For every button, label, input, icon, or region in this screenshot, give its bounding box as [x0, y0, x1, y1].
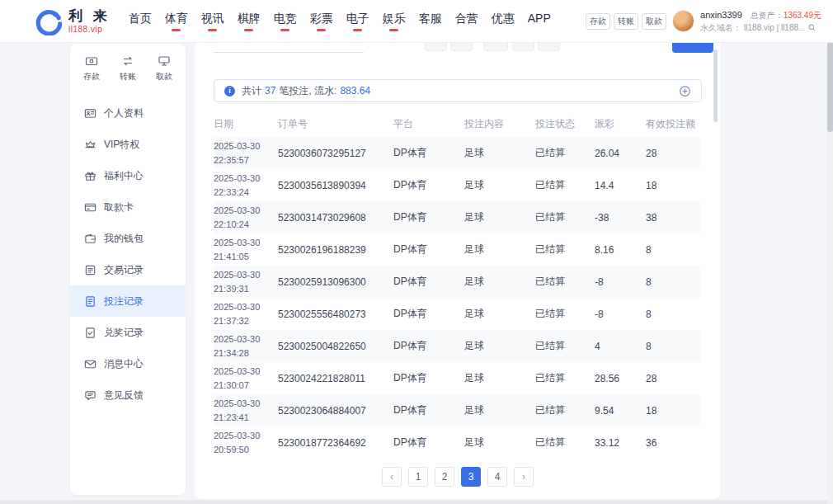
table-row[interactable]: 2025-03-3021:41:05 5230026196188239 DP体育… — [214, 233, 700, 266]
nav-item[interactable]: APP — [521, 11, 558, 31]
cell-payout: 8.16 — [595, 233, 646, 266]
sidebar-item-messages[interactable]: 消息中心 — [70, 348, 186, 379]
sidebar-item-welfare[interactable]: 福利中心 — [70, 160, 186, 191]
cell-platform: DP体育 — [393, 362, 464, 394]
feedback-icon — [84, 389, 96, 402]
sidebar-item-prize-records[interactable]: 兑奖记录 — [70, 317, 186, 348]
username[interactable]: anxin3399 — [700, 10, 742, 20]
filter-pill[interactable] — [450, 43, 473, 51]
cell-platform: DP体育 — [393, 169, 464, 201]
cell-payout: 14.4 — [595, 169, 646, 201]
filter-pill[interactable] — [512, 43, 534, 51]
table-row[interactable]: 2025-03-3021:30:07 5230024221828011 DP体育… — [214, 362, 700, 394]
nav-item[interactable]: 娱乐 — [376, 11, 412, 31]
sidebar-item-bet-records[interactable]: 投注记录 — [70, 285, 186, 317]
page-button-1[interactable]: 1 — [408, 467, 428, 487]
sidebar-item-label: 我的钱包 — [104, 232, 144, 246]
table-row[interactable]: 2025-03-3021:37:32 5230025556480273 DP体育… — [214, 298, 700, 330]
cell-status: 已结算 — [535, 266, 595, 298]
date-range-input[interactable] — [214, 43, 364, 53]
sidebar-item-transactions[interactable]: 交易记录 — [70, 254, 186, 285]
sidebar-item-wallet[interactable]: 我的钱包 — [70, 223, 186, 254]
nav-item-label: 娱乐 — [383, 12, 406, 25]
next-page-button[interactable]: › — [514, 467, 534, 487]
nav-item[interactable]: 合营 — [449, 11, 485, 31]
site-logo[interactable]: 利 来 ll188.vip — [35, 7, 111, 35]
cell-date: 2025-03-3020:59:50 — [214, 426, 278, 459]
prev-page-button[interactable]: ‹ — [382, 467, 402, 487]
sidebar: 存款 转账 取款 个人资料 VIP特权 福利中心 取款卡 我的钱 — [70, 44, 186, 495]
cell-platform: DP体育 — [393, 201, 464, 233]
cell-status: 已结算 — [535, 169, 595, 201]
quick-deposit[interactable]: 存款 — [83, 54, 100, 82]
cell-order-number: 5230026196188239 — [278, 233, 393, 266]
summary-prefix: 共计 — [242, 85, 261, 97]
header-transfer-button[interactable]: 转账 — [614, 13, 638, 30]
summary-middle: 笔投注, 流水: — [279, 85, 336, 97]
quick-transfer[interactable]: 转账 — [120, 54, 136, 82]
nav-item[interactable]: 客服 — [412, 11, 449, 31]
sidebar-item-bank-card[interactable]: 取款卡 — [70, 191, 186, 223]
nav-item-label: 首页 — [129, 12, 152, 25]
sidebar-item-feedback[interactable]: 意见反馈 — [70, 379, 186, 411]
total-assets: 1363.49元 — [784, 11, 821, 20]
nav-item[interactable]: 电子 — [340, 11, 376, 31]
cell-platform: DP体育 — [393, 233, 464, 266]
table-row[interactable]: 2025-03-3022:35:57 5230036073295127 DP体育… — [214, 137, 700, 169]
search-icon[interactable] — [807, 23, 817, 32]
logo-domain: ll188.vip — [68, 25, 111, 35]
nav-item[interactable]: 视讯 — [195, 11, 231, 31]
logo-icon — [35, 7, 63, 35]
cell-platform: DP体育 — [393, 298, 464, 330]
panel-scrollbar-thumb[interactable] — [713, 49, 718, 122]
nav-item[interactable]: 电竞 — [267, 11, 304, 31]
nav-item[interactable]: 优惠 — [485, 11, 521, 31]
avatar[interactable] — [672, 10, 694, 32]
col-header-platform: 平台 — [393, 111, 464, 137]
sidebar-item-vip[interactable]: VIP特权 — [70, 129, 186, 160]
filter-pill[interactable] — [425, 43, 447, 51]
nav-item[interactable]: 彩票 — [304, 11, 340, 31]
pagination: ‹ 1234 › — [195, 467, 720, 487]
table-row[interactable]: 2025-03-3022:33:24 5230035613890394 DP体育… — [214, 169, 700, 201]
nav-item[interactable]: 首页 — [122, 11, 158, 31]
filter-row-clipped — [195, 43, 720, 63]
sidebar-item-label: 取款卡 — [104, 200, 134, 214]
col-header-payout: 派彩 — [595, 111, 646, 137]
table-row[interactable]: 2025-03-3022:10:24 5230031473029608 DP体育… — [214, 201, 700, 233]
hot-badge — [353, 29, 362, 31]
welfare-icon — [84, 170, 96, 182]
cell-valid-amount: 36 — [646, 426, 700, 459]
table-row[interactable]: 2025-03-3020:59:50 5230018772364692 DP体育… — [214, 426, 700, 459]
cell-payout: 28.56 — [595, 362, 646, 394]
sidebar-quick-actions: 存款 转账 取款 — [70, 44, 186, 89]
header-withdraw-button[interactable]: 取款 — [642, 13, 666, 30]
nav-item[interactable]: 体育 — [158, 11, 195, 31]
cell-payout: 9.54 — [595, 394, 646, 426]
filter-pill[interactable] — [483, 43, 508, 51]
cell-order-number: 5230023064884007 — [278, 394, 393, 426]
header-deposit-button[interactable]: 存款 — [586, 13, 610, 30]
quick-withdraw[interactable]: 取款 — [156, 54, 172, 82]
nav-item-label: 合营 — [455, 12, 478, 25]
cell-platform: DP体育 — [393, 330, 464, 362]
table-row[interactable]: 2025-03-3021:39:31 5230025913096300 DP体育… — [214, 266, 700, 298]
assets-label: 总资产： — [751, 11, 784, 20]
nav-item[interactable]: 棋牌 — [231, 11, 267, 31]
bet-records-icon — [84, 295, 96, 308]
sidebar-item-profile[interactable]: 个人资料 — [70, 97, 186, 129]
profile-icon — [84, 107, 96, 120]
filter-pill[interactable] — [538, 43, 560, 51]
page-button-3[interactable]: 3 — [461, 467, 481, 487]
cell-order-number: 5230018772364692 — [278, 426, 393, 459]
hot-badge — [244, 29, 253, 31]
cell-status: 已结算 — [535, 330, 595, 362]
circle-plus-icon[interactable] — [679, 85, 691, 97]
table-row[interactable]: 2025-03-3021:34:28 5230025004822650 DP体育… — [214, 330, 700, 362]
cell-valid-amount: 28 — [646, 137, 700, 169]
page-button-4[interactable]: 4 — [487, 467, 507, 487]
page-button-2[interactable]: 2 — [435, 467, 454, 487]
page-scrollbar-track[interactable] — [827, 0, 833, 504]
table-row[interactable]: 2025-03-3021:23:41 5230023064884007 DP体育… — [214, 394, 700, 426]
search-button[interactable] — [672, 43, 713, 53]
